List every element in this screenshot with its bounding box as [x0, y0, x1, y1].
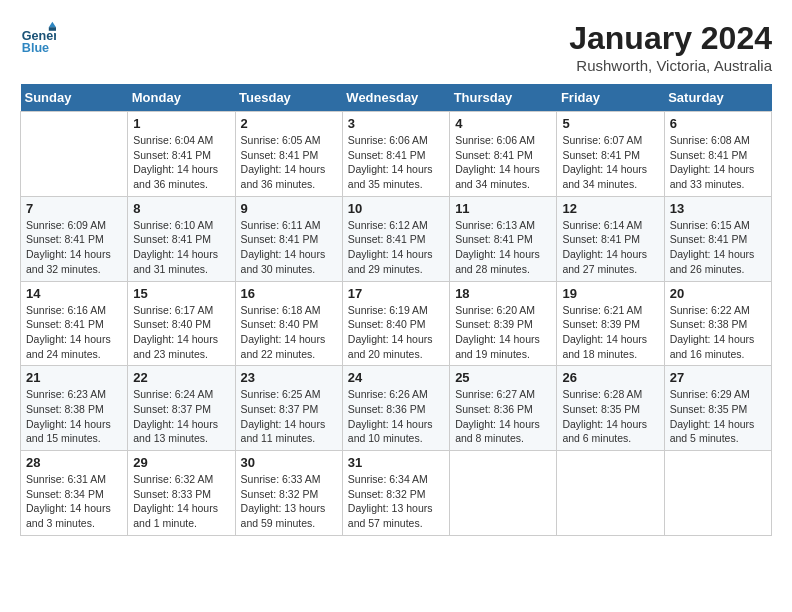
day-number: 16: [241, 286, 337, 301]
day-info: Sunrise: 6:18 AM Sunset: 8:40 PM Dayligh…: [241, 303, 337, 362]
day-cell: 27Sunrise: 6:29 AM Sunset: 8:35 PM Dayli…: [664, 366, 771, 451]
day-number: 8: [133, 201, 229, 216]
day-number: 5: [562, 116, 658, 131]
day-cell: 5Sunrise: 6:07 AM Sunset: 8:41 PM Daylig…: [557, 112, 664, 197]
day-number: 12: [562, 201, 658, 216]
day-cell: [450, 451, 557, 536]
day-cell: 12Sunrise: 6:14 AM Sunset: 8:41 PM Dayli…: [557, 196, 664, 281]
day-cell: 16Sunrise: 6:18 AM Sunset: 8:40 PM Dayli…: [235, 281, 342, 366]
day-info: Sunrise: 6:06 AM Sunset: 8:41 PM Dayligh…: [455, 133, 551, 192]
weekday-header-wednesday: Wednesday: [342, 84, 449, 112]
day-info: Sunrise: 6:11 AM Sunset: 8:41 PM Dayligh…: [241, 218, 337, 277]
day-cell: 25Sunrise: 6:27 AM Sunset: 8:36 PM Dayli…: [450, 366, 557, 451]
day-info: Sunrise: 6:29 AM Sunset: 8:35 PM Dayligh…: [670, 387, 766, 446]
day-info: Sunrise: 6:26 AM Sunset: 8:36 PM Dayligh…: [348, 387, 444, 446]
day-info: Sunrise: 6:06 AM Sunset: 8:41 PM Dayligh…: [348, 133, 444, 192]
day-cell: 4Sunrise: 6:06 AM Sunset: 8:41 PM Daylig…: [450, 112, 557, 197]
day-number: 24: [348, 370, 444, 385]
day-info: Sunrise: 6:31 AM Sunset: 8:34 PM Dayligh…: [26, 472, 122, 531]
day-cell: 15Sunrise: 6:17 AM Sunset: 8:40 PM Dayli…: [128, 281, 235, 366]
day-info: Sunrise: 6:08 AM Sunset: 8:41 PM Dayligh…: [670, 133, 766, 192]
day-cell: 2Sunrise: 6:05 AM Sunset: 8:41 PM Daylig…: [235, 112, 342, 197]
day-cell: 24Sunrise: 6:26 AM Sunset: 8:36 PM Dayli…: [342, 366, 449, 451]
day-cell: 26Sunrise: 6:28 AM Sunset: 8:35 PM Dayli…: [557, 366, 664, 451]
day-info: Sunrise: 6:33 AM Sunset: 8:32 PM Dayligh…: [241, 472, 337, 531]
day-number: 6: [670, 116, 766, 131]
day-cell: 9Sunrise: 6:11 AM Sunset: 8:41 PM Daylig…: [235, 196, 342, 281]
main-title: January 2024: [569, 20, 772, 57]
logo-icon: General Blue: [20, 20, 56, 56]
day-cell: 23Sunrise: 6:25 AM Sunset: 8:37 PM Dayli…: [235, 366, 342, 451]
day-number: 1: [133, 116, 229, 131]
week-row-3: 14Sunrise: 6:16 AM Sunset: 8:41 PM Dayli…: [21, 281, 772, 366]
day-cell: 11Sunrise: 6:13 AM Sunset: 8:41 PM Dayli…: [450, 196, 557, 281]
day-info: Sunrise: 6:19 AM Sunset: 8:40 PM Dayligh…: [348, 303, 444, 362]
day-cell: 7Sunrise: 6:09 AM Sunset: 8:41 PM Daylig…: [21, 196, 128, 281]
day-cell: 29Sunrise: 6:32 AM Sunset: 8:33 PM Dayli…: [128, 451, 235, 536]
day-number: 15: [133, 286, 229, 301]
day-cell: 31Sunrise: 6:34 AM Sunset: 8:32 PM Dayli…: [342, 451, 449, 536]
day-number: 25: [455, 370, 551, 385]
day-cell: 22Sunrise: 6:24 AM Sunset: 8:37 PM Dayli…: [128, 366, 235, 451]
title-block: January 2024 Rushworth, Victoria, Austra…: [569, 20, 772, 74]
day-info: Sunrise: 6:04 AM Sunset: 8:41 PM Dayligh…: [133, 133, 229, 192]
page-header: General Blue January 2024 Rushworth, Vic…: [20, 20, 772, 74]
day-cell: 28Sunrise: 6:31 AM Sunset: 8:34 PM Dayli…: [21, 451, 128, 536]
day-number: 19: [562, 286, 658, 301]
day-cell: 30Sunrise: 6:33 AM Sunset: 8:32 PM Dayli…: [235, 451, 342, 536]
week-row-2: 7Sunrise: 6:09 AM Sunset: 8:41 PM Daylig…: [21, 196, 772, 281]
day-info: Sunrise: 6:15 AM Sunset: 8:41 PM Dayligh…: [670, 218, 766, 277]
weekday-header-sunday: Sunday: [21, 84, 128, 112]
day-number: 23: [241, 370, 337, 385]
svg-marker-2: [49, 22, 56, 27]
day-cell: 14Sunrise: 6:16 AM Sunset: 8:41 PM Dayli…: [21, 281, 128, 366]
week-row-1: 1Sunrise: 6:04 AM Sunset: 8:41 PM Daylig…: [21, 112, 772, 197]
day-info: Sunrise: 6:27 AM Sunset: 8:36 PM Dayligh…: [455, 387, 551, 446]
day-info: Sunrise: 6:34 AM Sunset: 8:32 PM Dayligh…: [348, 472, 444, 531]
week-row-5: 28Sunrise: 6:31 AM Sunset: 8:34 PM Dayli…: [21, 451, 772, 536]
day-info: Sunrise: 6:21 AM Sunset: 8:39 PM Dayligh…: [562, 303, 658, 362]
day-number: 22: [133, 370, 229, 385]
day-number: 26: [562, 370, 658, 385]
day-cell: [21, 112, 128, 197]
day-number: 27: [670, 370, 766, 385]
day-number: 20: [670, 286, 766, 301]
week-row-4: 21Sunrise: 6:23 AM Sunset: 8:38 PM Dayli…: [21, 366, 772, 451]
day-info: Sunrise: 6:28 AM Sunset: 8:35 PM Dayligh…: [562, 387, 658, 446]
day-cell: 17Sunrise: 6:19 AM Sunset: 8:40 PM Dayli…: [342, 281, 449, 366]
day-number: 29: [133, 455, 229, 470]
day-cell: 8Sunrise: 6:10 AM Sunset: 8:41 PM Daylig…: [128, 196, 235, 281]
day-number: 14: [26, 286, 122, 301]
day-number: 18: [455, 286, 551, 301]
logo: General Blue: [20, 20, 56, 56]
day-number: 11: [455, 201, 551, 216]
day-number: 2: [241, 116, 337, 131]
day-cell: 10Sunrise: 6:12 AM Sunset: 8:41 PM Dayli…: [342, 196, 449, 281]
day-cell: 3Sunrise: 6:06 AM Sunset: 8:41 PM Daylig…: [342, 112, 449, 197]
day-number: 30: [241, 455, 337, 470]
weekday-header-saturday: Saturday: [664, 84, 771, 112]
subtitle: Rushworth, Victoria, Australia: [569, 57, 772, 74]
day-cell: 21Sunrise: 6:23 AM Sunset: 8:38 PM Dayli…: [21, 366, 128, 451]
day-info: Sunrise: 6:13 AM Sunset: 8:41 PM Dayligh…: [455, 218, 551, 277]
day-number: 3: [348, 116, 444, 131]
day-cell: 19Sunrise: 6:21 AM Sunset: 8:39 PM Dayli…: [557, 281, 664, 366]
day-number: 31: [348, 455, 444, 470]
weekday-header-monday: Monday: [128, 84, 235, 112]
day-info: Sunrise: 6:07 AM Sunset: 8:41 PM Dayligh…: [562, 133, 658, 192]
svg-marker-3: [49, 27, 56, 31]
day-cell: [664, 451, 771, 536]
day-number: 10: [348, 201, 444, 216]
day-number: 4: [455, 116, 551, 131]
day-info: Sunrise: 6:22 AM Sunset: 8:38 PM Dayligh…: [670, 303, 766, 362]
day-cell: 1Sunrise: 6:04 AM Sunset: 8:41 PM Daylig…: [128, 112, 235, 197]
day-info: Sunrise: 6:32 AM Sunset: 8:33 PM Dayligh…: [133, 472, 229, 531]
weekday-header-friday: Friday: [557, 84, 664, 112]
day-number: 17: [348, 286, 444, 301]
day-info: Sunrise: 6:16 AM Sunset: 8:41 PM Dayligh…: [26, 303, 122, 362]
day-info: Sunrise: 6:25 AM Sunset: 8:37 PM Dayligh…: [241, 387, 337, 446]
day-cell: 13Sunrise: 6:15 AM Sunset: 8:41 PM Dayli…: [664, 196, 771, 281]
day-cell: [557, 451, 664, 536]
calendar-table: SundayMondayTuesdayWednesdayThursdayFrid…: [20, 84, 772, 536]
day-number: 13: [670, 201, 766, 216]
